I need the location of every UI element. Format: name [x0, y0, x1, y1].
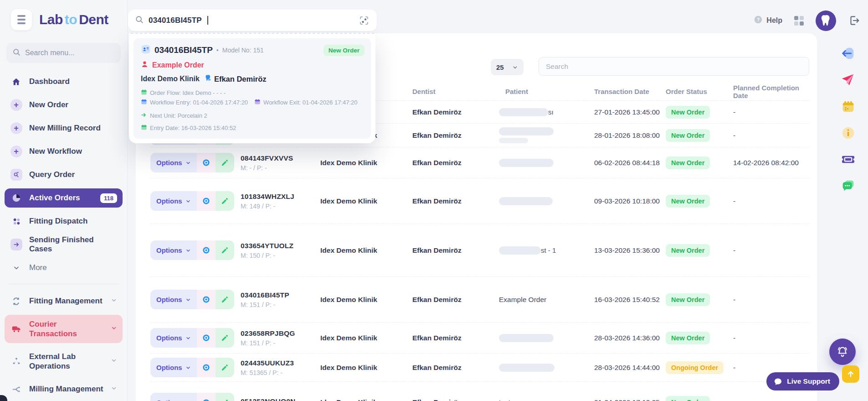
sidebar-item-new-workflow[interactable]: + New Workflow [5, 142, 123, 161]
sidebar-divider [8, 284, 119, 284]
info-icon[interactable] [840, 125, 856, 141]
options-button[interactable]: Options [150, 191, 197, 211]
suggestion-order-number: 034016BI45TP [154, 45, 213, 55]
plus-icon: + [10, 122, 22, 134]
sidebar-search-input[interactable]: Search menu... [6, 43, 121, 63]
options-button[interactable]: Options [150, 393, 197, 401]
sidebar-item-dashboard[interactable]: Dashboard [5, 72, 123, 91]
active-orders-icon [10, 193, 22, 203]
options-button[interactable]: Options [150, 358, 197, 377]
transaction-date-cell: 28-01-2026 18:08:00 [589, 131, 660, 140]
redacted-patient [499, 364, 555, 372]
view-icon[interactable] [197, 191, 216, 211]
transaction-date-cell: 01-04-2026 17:13:35 [589, 398, 660, 401]
page-size-select[interactable]: 25 [491, 59, 524, 75]
patient-cell: Example Order [493, 296, 589, 304]
calendar-icon [141, 124, 147, 132]
sidebar-item-more[interactable]: More [5, 258, 123, 277]
view-icon[interactable] [197, 328, 216, 348]
redacted-patient [499, 197, 553, 205]
clinic-cell: Idex Demo Klinik [315, 364, 407, 372]
clinic-cell: Idex Demo Klinik [315, 246, 407, 255]
sidebar-item-courier-transactions[interactable]: Courier Transactions [5, 315, 123, 343]
user-avatar[interactable] [816, 10, 836, 31]
help-button[interactable]: ? Help [753, 15, 782, 26]
dentist-cell: Efkan Demiröz [407, 108, 493, 116]
search-icon [13, 48, 21, 58]
scroll-to-top-button[interactable] [842, 365, 859, 383]
patient-cell [493, 127, 589, 143]
chat-icon[interactable] [840, 178, 856, 193]
edit-icon[interactable] [216, 191, 234, 211]
sidebar-item-sending-finished-cases[interactable]: Sending Finished Cases [5, 235, 123, 254]
next-arrow-icon [141, 112, 147, 120]
chat-bubble-icon [774, 377, 782, 386]
suggestion-dentist: Efkan Demiröz [214, 75, 267, 83]
apps-grid-icon[interactable] [794, 16, 804, 26]
sidebar-item-new-order[interactable]: + New Order [5, 95, 123, 115]
edit-icon[interactable] [216, 393, 234, 401]
suggestion-workflow-exit: Workflow Exit: 01-04-2026 17:47:20 [263, 99, 357, 106]
sidebar-item-milling-management[interactable]: Milling Management [5, 380, 123, 399]
status-badge: New Order [666, 129, 710, 142]
view-icon[interactable] [197, 290, 216, 309]
hamburger-menu-icon[interactable] [11, 9, 32, 30]
status-badge: New Order [666, 332, 710, 344]
suggestion-model-no: Model No: 151 [222, 47, 264, 54]
logout-icon[interactable] [848, 15, 860, 26]
sidebar-item-external-lab-operations[interactable]: External Lab Operations [5, 347, 123, 375]
options-button[interactable]: Options [150, 153, 197, 172]
sidebar-item-query-order[interactable]: Query Order [5, 165, 123, 184]
edit-icon[interactable] [216, 328, 234, 348]
global-search-input[interactable]: 034016BI45TP [128, 10, 377, 31]
sidebar-item-fitting-dispatch[interactable]: Fitting Dispatch [5, 212, 123, 231]
options-button[interactable]: Options [150, 240, 197, 260]
redacted-patient [499, 246, 541, 255]
view-icon[interactable] [197, 358, 216, 377]
chevron-down-icon [111, 357, 117, 366]
sidebar-item-fitting-management[interactable]: Fitting Management [5, 292, 123, 311]
clinic-cell: Idex Demo Klinik [315, 159, 407, 167]
edit-icon[interactable] [216, 290, 234, 309]
view-icon[interactable] [197, 393, 216, 401]
back-shortcut-icon[interactable] [840, 46, 856, 61]
search-result-item[interactable]: 034016BI45TP • Model No: 151 New Order E… [134, 38, 371, 139]
chevron-down-icon [111, 385, 117, 394]
svg-text:?: ? [757, 17, 760, 22]
column-header-planned-completion-date: Planned Completion Date [728, 84, 810, 99]
table-row: Options 084143FVXVVSM: - / P: - Idex Dem… [150, 147, 810, 178]
planned-date-cell: - [728, 334, 810, 342]
sidebar-item-active-orders[interactable]: Active Orders 118 [5, 188, 123, 208]
edit-icon[interactable] [216, 240, 234, 260]
chevron-down-icon [185, 198, 191, 204]
status-badge: New Order [666, 396, 710, 401]
status-badge: New Order [666, 156, 710, 169]
sidebar-search-placeholder: Search menu... [25, 49, 75, 57]
barcode-scan-icon[interactable] [359, 15, 370, 26]
options-button[interactable]: Options [150, 290, 197, 309]
edit-icon[interactable] [216, 358, 234, 377]
patient-cell [493, 334, 589, 342]
dentist-cell: Efkan Demiröz [407, 398, 493, 401]
suggestion-clinic: Idex Demo Klinik [141, 75, 200, 83]
sidebar-item-new-milling-record[interactable]: + New Milling Record [5, 119, 123, 138]
edit-icon[interactable] [216, 153, 234, 172]
live-support-button[interactable]: Live Support [766, 372, 839, 391]
status-badge: New Order [666, 195, 710, 208]
order-number: 084143FVXVVS [241, 154, 315, 162]
calendar-icon[interactable] [840, 99, 856, 114]
options-button[interactable]: Options [150, 328, 197, 348]
planned-date-cell: - [728, 398, 810, 401]
dentist-cell: Efkan Demiröz [407, 131, 493, 140]
notifications-bell-button[interactable] [829, 339, 856, 365]
view-icon[interactable] [197, 153, 216, 172]
planned-date-cell: - [728, 108, 810, 116]
chevron-down-icon [111, 324, 117, 333]
planned-date-cell: - [728, 131, 810, 140]
send-plane-icon[interactable] [840, 72, 856, 88]
ticket-icon[interactable] [840, 151, 856, 167]
send-arrow-icon [10, 239, 22, 250]
table-search-input[interactable]: Search [539, 57, 809, 76]
view-icon[interactable] [197, 240, 216, 260]
order-number: 101834WHZXLJ [241, 193, 315, 201]
